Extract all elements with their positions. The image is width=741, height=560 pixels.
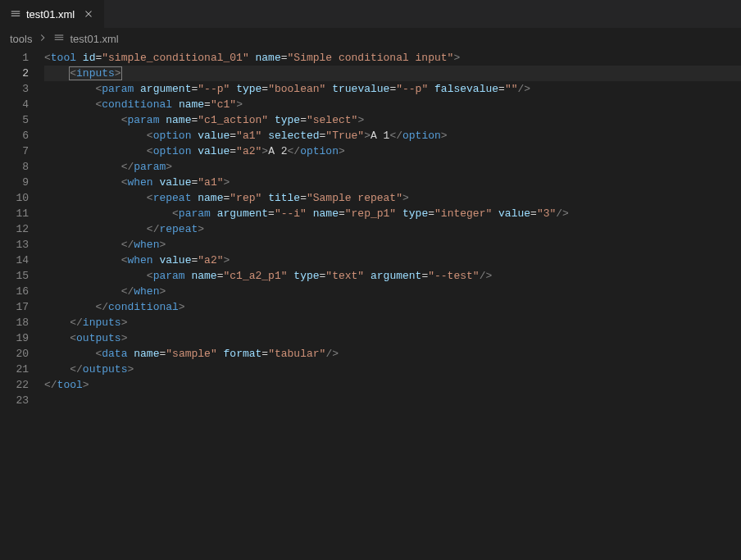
line-number: 15 (0, 268, 29, 284)
code-line[interactable]: <tool id="simple_conditional_01" name="S… (44, 50, 741, 66)
code-line[interactable]: <option value="a1" selected="True">A 1</… (44, 128, 741, 143)
line-number: 21 (0, 362, 29, 377)
code-line[interactable]: <when value="a1"> (44, 175, 741, 190)
code-line[interactable]: <when value="a2"> (44, 253, 741, 268)
line-number: 17 (0, 299, 29, 315)
line-number: 6 (0, 128, 29, 143)
line-number: 22 (0, 377, 29, 393)
code-line[interactable]: </conditional> (44, 299, 741, 315)
line-number: 23 (0, 393, 29, 408)
line-number: 1 (0, 50, 29, 66)
code-line[interactable]: <param argument="--i" name="rep_p1" type… (44, 206, 741, 221)
tab-label: test01.xml (26, 8, 75, 20)
code-line[interactable]: <param argument="--p" type="boolean" tru… (44, 81, 741, 97)
code-line[interactable]: </outputs> (44, 362, 741, 377)
code-line[interactable]: </tool> (44, 377, 741, 393)
tab-bar: test01.xml (0, 0, 741, 29)
breadcrumb-folder[interactable]: tools (10, 33, 32, 45)
line-number: 13 (0, 237, 29, 253)
code-line[interactable]: <repeat name="rep" title="Sample repeat"… (44, 190, 741, 206)
line-number: 16 (0, 284, 29, 299)
line-number: 9 (0, 175, 29, 190)
line-number: 18 (0, 315, 29, 330)
code-line[interactable]: <data name="sample" format="tabular"/> (44, 346, 741, 362)
line-number: 3 (0, 81, 29, 97)
breadcrumb[interactable]: tools test01.xml (0, 29, 741, 50)
code-line[interactable]: <param name="c1_action" type="select"> (44, 112, 741, 128)
code-line[interactable]: <outputs> (44, 330, 741, 346)
line-number: 20 (0, 346, 29, 362)
line-number: 12 (0, 221, 29, 237)
code-line[interactable]: </when> (44, 284, 741, 299)
code-line[interactable]: </repeat> (44, 221, 741, 237)
gutter: 1234567891011121314151617181920212223 (0, 50, 41, 560)
line-number: 5 (0, 112, 29, 128)
line-number: 14 (0, 253, 29, 268)
code-line[interactable]: </inputs> (44, 315, 741, 330)
line-number: 19 (0, 330, 29, 346)
close-icon[interactable] (83, 8, 94, 20)
line-number: 11 (0, 206, 29, 221)
code-line[interactable]: <param name="c1_a2_p1" type="text" argum… (44, 268, 741, 284)
chevron-right-icon (37, 32, 48, 46)
file-xml-icon (53, 32, 65, 46)
code-editor[interactable]: 1234567891011121314151617181920212223 <t… (0, 50, 741, 560)
line-number: 2 (0, 66, 29, 81)
code-line[interactable]: <inputs> (44, 66, 741, 81)
code-line[interactable]: <conditional name="c1"> (44, 97, 741, 112)
line-number: 8 (0, 159, 29, 175)
line-number: 4 (0, 97, 29, 112)
code-line[interactable]: <option value="a2">A 2</option> (44, 143, 741, 159)
breadcrumb-file[interactable]: test01.xml (70, 33, 118, 45)
code-line[interactable]: </param> (44, 159, 741, 175)
line-number: 7 (0, 143, 29, 159)
tab-active[interactable]: test01.xml (0, 0, 105, 28)
file-xml-icon (10, 8, 21, 20)
code-area[interactable]: <tool id="simple_conditional_01" name="S… (41, 50, 741, 560)
scrollbar-thumb[interactable] (730, 47, 741, 145)
code-line[interactable]: </when> (44, 237, 741, 253)
scrollbar[interactable] (730, 47, 741, 560)
line-number: 10 (0, 190, 29, 206)
